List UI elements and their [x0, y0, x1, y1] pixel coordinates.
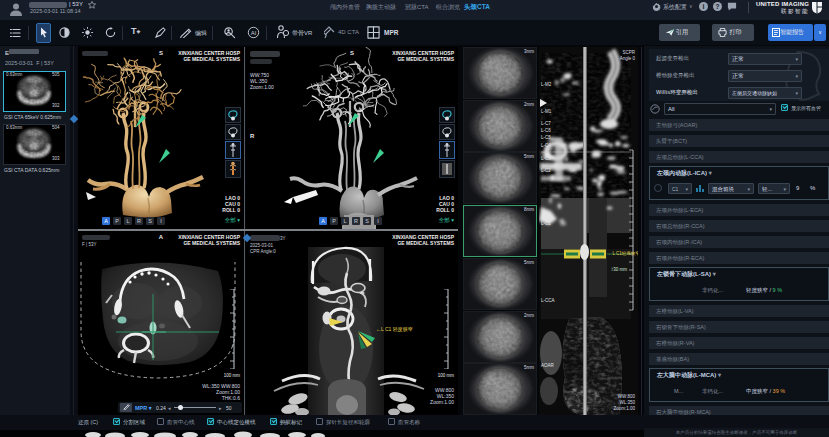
svg-text:AI: AI — [251, 30, 257, 36]
